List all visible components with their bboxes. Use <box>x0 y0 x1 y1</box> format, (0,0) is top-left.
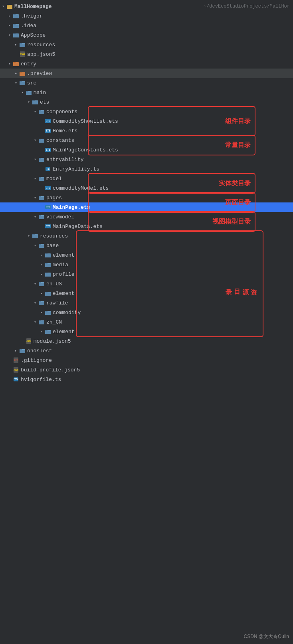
item-label-base: base <box>46 243 290 249</box>
tree-item-media[interactable]: media <box>0 260 293 269</box>
expand-arrow[interactable] <box>32 137 38 143</box>
tree-item-hvigorfile[interactable]: TShvigorfile.ts <box>0 375 293 384</box>
tree-item-appscope[interactable]: AppScope <box>0 30 293 40</box>
tree-item-MainPageData[interactable]: ETSMainPageData.ets <box>0 222 293 231</box>
file-icon-model <box>38 175 45 182</box>
expand-arrow[interactable] <box>32 175 38 182</box>
tree-item-CommodityShowList[interactable]: ETSCommodityShowList.ets <box>0 116 293 126</box>
file-icon-pages <box>38 194 45 201</box>
collapse-arrow[interactable] <box>38 290 45 296</box>
tree-item-components[interactable]: components <box>0 107 293 116</box>
expand-arrow[interactable] <box>26 99 32 105</box>
tree-item-hvigor[interactable]: .hvigor <box>0 11 293 21</box>
expand-arrow[interactable] <box>26 233 32 239</box>
file-icon-zh_CN <box>38 319 45 325</box>
tree-item-rawfile[interactable]: rawfile <box>0 298 293 308</box>
expand-arrow[interactable] <box>19 89 26 96</box>
collapse-arrow[interactable] <box>38 328 45 335</box>
svg-rect-45 <box>39 282 41 283</box>
file-icon-EntryAbility: TS <box>45 166 51 172</box>
expand-arrow[interactable] <box>32 242 38 249</box>
item-label-app-json5: app.json5 <box>27 51 290 57</box>
tree-item-MainPageConstants[interactable]: ETSMainPageConstants.ets <box>0 145 293 155</box>
collapse-arrow[interactable] <box>38 309 45 316</box>
tree-item-commodity[interactable]: commodity <box>0 308 293 317</box>
expand-arrow[interactable] <box>13 80 19 86</box>
item-label-components: components <box>46 109 290 115</box>
tree-item-zh_CN[interactable]: zh_CN <box>0 317 293 327</box>
tree-item-resources-appscope[interactable]: resources <box>0 40 293 49</box>
tree-item-base[interactable]: base <box>0 241 293 250</box>
item-label-element-en: element <box>53 291 290 296</box>
file-icon-resources <box>32 233 38 239</box>
expand-arrow[interactable] <box>32 194 38 201</box>
file-icon-resources-appscope <box>19 41 26 48</box>
tree-item-element-zh[interactable]: element <box>0 327 293 336</box>
file-icon-module-json5: JSON <box>26 338 32 344</box>
tree-item-pages[interactable]: pages <box>0 193 293 202</box>
item-label-MainPageConstants: MainPageConstants.ets <box>53 147 290 153</box>
tree-item-element[interactable]: element <box>0 250 293 260</box>
tree-item-profile[interactable]: profile <box>0 269 293 279</box>
expand-arrow[interactable] <box>32 108 38 115</box>
expand-arrow[interactable] <box>32 319 38 325</box>
collapse-arrow[interactable] <box>38 261 45 268</box>
tree-item-root[interactable]: MallHomepage~/devEcoStudioProjects/MallH… <box>0 2 293 11</box>
tree-item-ets[interactable]: ets <box>0 97 293 107</box>
tree-item-constants[interactable]: constants <box>0 135 293 145</box>
svg-rect-15 <box>20 72 22 73</box>
expand-arrow[interactable] <box>32 214 38 220</box>
tree-item-resources[interactable]: resources <box>0 231 293 241</box>
svg-rect-13 <box>13 62 16 63</box>
collapse-arrow[interactable] <box>38 252 45 258</box>
expand-arrow[interactable] <box>0 3 6 10</box>
tree-item-preview[interactable]: .preview <box>0 69 293 78</box>
tree-item-idea[interactable]: .idea <box>0 21 293 30</box>
tree-item-MainPage[interactable]: ETSMainPage.ets <box>0 202 293 212</box>
collapse-arrow[interactable] <box>38 271 45 277</box>
tree-item-Home[interactable]: ETSHome.ets <box>0 126 293 135</box>
item-label-preview: .preview <box>27 71 290 77</box>
collapse-arrow[interactable] <box>13 41 19 48</box>
item-label-gitignore: .gitignore <box>21 357 290 363</box>
tree-item-EntryAbility[interactable]: TSEntryAbility.ts <box>0 164 293 174</box>
collapse-arrow[interactable] <box>13 348 19 354</box>
expand-arrow[interactable] <box>6 61 13 67</box>
item-label-CommodityShowList: CommodityShowList.ets <box>53 118 290 124</box>
svg-rect-53 <box>39 320 41 321</box>
tree-item-gitignore[interactable]: GIT.gitignore <box>0 355 293 365</box>
svg-rect-59 <box>20 349 22 350</box>
item-label-resources-appscope: resources <box>27 42 290 48</box>
collapse-arrow[interactable] <box>6 22 13 29</box>
file-icon-hvigor <box>13 13 19 19</box>
expand-arrow[interactable] <box>32 300 38 306</box>
item-label-idea: .idea <box>21 23 290 29</box>
tree-item-en_US[interactable]: en_US <box>0 279 293 289</box>
tree-item-src[interactable]: src <box>0 78 293 88</box>
item-label-resources: resources <box>40 233 290 239</box>
file-icon-media <box>45 261 51 268</box>
collapse-arrow[interactable] <box>6 13 13 19</box>
collapse-arrow[interactable] <box>13 70 19 77</box>
file-icon-build-profile-json5: JSON <box>13 367 19 373</box>
item-label-MainPage: MainPage.ets <box>53 204 290 210</box>
tree-item-ohosTest[interactable]: ohosTest <box>0 346 293 355</box>
tree-item-CommodityModel[interactable]: ETScommodityModel.ets <box>0 183 293 193</box>
path-text: ~/devEcoStudioProjects/MallHor <box>204 4 290 9</box>
item-label-ohosTest: ohosTest <box>27 348 290 354</box>
tree-item-entry[interactable]: entry <box>0 59 293 69</box>
file-tree-panel: MallHomepage~/devEcoStudioProjects/MallH… <box>0 0 293 386</box>
tree-item-module-json5[interactable]: JSONmodule.json5 <box>0 336 293 346</box>
svg-rect-29 <box>39 177 41 178</box>
expand-arrow[interactable] <box>32 156 38 163</box>
expand-arrow[interactable] <box>32 281 38 287</box>
expand-arrow[interactable] <box>6 32 13 38</box>
tree-item-entryability[interactable]: entryability <box>0 155 293 164</box>
tree-item-element-en[interactable]: element <box>0 289 293 298</box>
tree-item-viewmodel[interactable]: viewmodel <box>0 212 293 222</box>
tree-item-build-profile-json5[interactable]: JSONbuild-profile.json5 <box>0 365 293 375</box>
tree-item-main[interactable]: main <box>0 88 293 97</box>
file-icon-base <box>38 242 45 249</box>
tree-item-app-json5[interactable]: JSONapp.json5 <box>0 49 293 59</box>
tree-item-model[interactable]: model <box>0 174 293 183</box>
